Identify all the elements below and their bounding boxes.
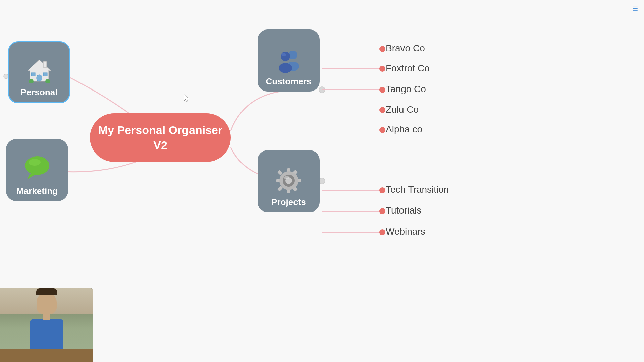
chat-icon [24,154,51,184]
central-node-title: My Personal OrganiserV2 [98,123,222,152]
marketing-label: Marketing [16,186,58,196]
connections-layer [0,0,644,362]
central-node[interactable]: My Personal OrganiserV2 [90,113,231,162]
leaf-bravo-co[interactable]: Bravo Co [386,43,425,54]
tutorials-label: Tutorials [386,205,421,216]
leaf-alpha-co[interactable]: Alpha co [386,124,422,135]
menu-icon[interactable]: ≡ [633,3,638,14]
webinars-label: Webinars [386,226,425,237]
projects-label: Projects [271,197,306,207]
alpha-co-label: Alpha co [386,124,422,135]
svg-point-34 [25,156,49,175]
foxtrot-co-label: Foxtrot Co [386,63,430,74]
leaf-tech-transition[interactable]: Tech Transition [386,184,449,195]
branch-node-personal[interactable]: Personal [8,41,70,103]
svg-point-25 [4,74,8,79]
house-icon [26,58,53,84]
svg-point-11 [379,66,385,72]
bravo-co-label: Bravo Co [386,43,425,54]
branch-node-marketing[interactable]: Marketing [6,139,68,201]
personal-label: Personal [21,87,58,98]
tech-transition-label: Tech Transition [386,184,449,195]
svg-point-12 [379,87,385,93]
branch-node-projects[interactable]: Projects [258,150,320,212]
svg-point-35 [29,159,41,166]
svg-marker-55 [184,94,189,102]
svg-point-10 [379,46,385,52]
svg-rect-31 [43,73,47,76]
svg-rect-27 [43,61,47,67]
tango-co-label: Tango Co [386,84,426,95]
people-icon [275,49,302,74]
svg-marker-36 [27,174,36,179]
svg-point-13 [379,107,385,113]
leaf-zulu-co[interactable]: Zulu Co [386,104,419,115]
svg-rect-30 [31,73,35,76]
leaf-tutorials[interactable]: Tutorials [386,205,421,216]
webcam-overlay [0,288,93,362]
svg-point-54 [284,176,289,179]
svg-point-40 [279,63,292,73]
svg-point-0 [319,87,325,93]
svg-point-24 [379,229,385,235]
svg-point-22 [379,187,385,193]
branch-node-customers[interactable]: Customers [258,29,320,92]
svg-point-23 [379,208,385,214]
svg-point-39 [281,52,290,61]
leaf-tango-co[interactable]: Tango Co [386,84,426,95]
svg-point-14 [379,127,385,133]
zulu-co-label: Zulu Co [386,104,419,115]
leaf-webinars[interactable]: Webinars [386,226,425,237]
svg-rect-29 [37,75,42,81]
leaf-foxtrot-co[interactable]: Foxtrot Co [386,63,430,74]
mouse-cursor [184,94,191,103]
svg-marker-26 [28,60,51,71]
svg-point-15 [319,178,325,184]
gear-icon [276,168,302,195]
customers-label: Customers [266,76,312,87]
svg-point-41 [281,53,286,56]
